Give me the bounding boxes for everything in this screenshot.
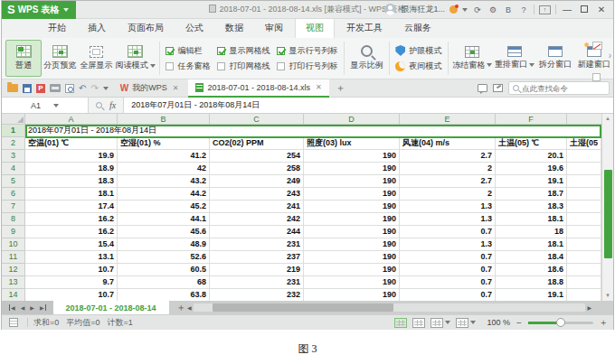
row-header[interactable]: 6 bbox=[2, 188, 25, 201]
last-sheet-icon[interactable]: ▶ bbox=[40, 304, 46, 311]
settings-gear-icon[interactable]: ⚙ bbox=[487, 5, 498, 14]
cell[interactable]: 风速(04) m/s bbox=[400, 137, 496, 150]
checkbox-show-headings[interactable]: 显示行号列标 bbox=[277, 45, 337, 57]
cell[interactable]: 土湿(05 bbox=[567, 137, 601, 150]
notification-badge-icon[interactable] bbox=[449, 5, 458, 14]
message-icon[interactable] bbox=[478, 84, 487, 92]
export-pdf-icon[interactable]: P bbox=[36, 84, 45, 93]
scroll-left-icon[interactable]: ◀ bbox=[187, 304, 192, 311]
cell[interactable]: 42 bbox=[118, 163, 210, 175]
zoom-slider-thumb[interactable] bbox=[556, 318, 565, 327]
close-icon[interactable]: ✕ bbox=[316, 83, 322, 91]
full-screen-button[interactable]: 全屏显示 bbox=[78, 40, 114, 77]
row-header[interactable]: 10 bbox=[2, 238, 25, 251]
row-header[interactable]: 2 bbox=[2, 137, 25, 150]
name-box[interactable]: A1 bbox=[2, 98, 89, 113]
cell[interactable]: 190 bbox=[304, 238, 400, 251]
save-icon[interactable] bbox=[23, 84, 32, 93]
zoom-slider[interactable] bbox=[528, 322, 593, 324]
cell[interactable]: 18.4 bbox=[496, 251, 567, 264]
cell[interactable]: 249 bbox=[210, 175, 304, 188]
cell[interactable]: 空温(01) ℃ bbox=[25, 137, 118, 150]
checkbox-icon[interactable] bbox=[592, 73, 601, 81]
qat-dropdown-icon[interactable] bbox=[103, 87, 109, 90]
scroll-right-icon[interactable]: ▶ bbox=[587, 304, 591, 311]
cell[interactable]: 44.1 bbox=[118, 213, 210, 226]
cell[interactable]: 15.4 bbox=[25, 238, 118, 251]
cell[interactable]: 237 bbox=[210, 251, 304, 264]
cell[interactable]: 1.3 bbox=[400, 201, 496, 213]
horizontal-scrollbar[interactable]: ◀ ▶ bbox=[187, 303, 591, 313]
zoom-scale-button[interactable]: 显示比例 bbox=[347, 40, 385, 77]
page-break-preview-button[interactable]: 分页预览 bbox=[42, 40, 78, 77]
tab-data[interactable]: 数据 bbox=[215, 19, 253, 38]
cell[interactable]: 45.6 bbox=[118, 226, 210, 238]
new-tab-button[interactable]: ＋ bbox=[332, 81, 349, 95]
tab-document[interactable]: 2018-07-01 - 2018-08-14.xls ✕ bbox=[188, 79, 328, 98]
skin-icon[interactable]: B bbox=[503, 5, 514, 14]
cell[interactable]: 土温(05) ℃ bbox=[496, 137, 567, 150]
checkbox-formula-bar[interactable]: 编辑栏 bbox=[166, 45, 210, 57]
cell[interactable]: 10.7 bbox=[25, 264, 118, 276]
print-preview-icon[interactable] bbox=[65, 84, 74, 93]
cell[interactable]: 0.7 bbox=[400, 276, 496, 289]
cell[interactable]: 18.8 bbox=[496, 276, 567, 289]
cell[interactable] bbox=[567, 150, 601, 163]
cell[interactable]: 19.1 bbox=[496, 289, 567, 301]
cell[interactable] bbox=[567, 188, 601, 201]
h-scroll-thumb[interactable] bbox=[213, 303, 393, 312]
prev-sheet-icon[interactable]: ◀ bbox=[21, 304, 25, 311]
cell[interactable]: 9.7 bbox=[25, 276, 118, 289]
cell[interactable]: 2.7 bbox=[400, 150, 496, 163]
checkbox-print-headings[interactable]: 打印行号列标 bbox=[277, 61, 337, 72]
close-icon[interactable]: ✕ bbox=[173, 84, 179, 92]
next-sheet-icon[interactable]: ▶ bbox=[30, 304, 34, 311]
cell[interactable]: 18.3 bbox=[25, 175, 118, 188]
normal-view-button[interactable]: 普通 bbox=[5, 40, 42, 77]
sheet-tab[interactable]: 2018-07-01 - 2018-08-14 bbox=[53, 301, 169, 314]
command-search[interactable] bbox=[508, 81, 610, 95]
sync-icon[interactable]: ⟳ bbox=[472, 5, 483, 14]
column-header[interactable]: C bbox=[210, 114, 304, 125]
split-window-button[interactable]: 拆分窗口 bbox=[536, 40, 575, 77]
view-normal-button[interactable] bbox=[394, 318, 407, 328]
checkbox-print-gridlines[interactable]: 打印网格线 bbox=[217, 61, 270, 72]
tab-formulas[interactable]: 公式 bbox=[175, 19, 213, 38]
tab-page-layout[interactable]: 页面布局 bbox=[118, 19, 174, 38]
cell[interactable]: 照度(03) lux bbox=[304, 137, 400, 150]
row-header[interactable]: 14 bbox=[2, 289, 25, 301]
view-page-layout-button[interactable] bbox=[430, 318, 450, 328]
cell[interactable]: 18.3 bbox=[496, 201, 567, 213]
cell[interactable] bbox=[567, 226, 601, 238]
print-icon[interactable] bbox=[50, 84, 61, 92]
maximize-button[interactable] bbox=[578, 5, 591, 14]
checkbox-show-gridlines[interactable]: 显示网格线 bbox=[217, 45, 270, 57]
row-header[interactable]: 13 bbox=[2, 276, 25, 289]
column-header-partial[interactable] bbox=[567, 114, 601, 125]
cell[interactable]: 0.7 bbox=[400, 226, 496, 238]
cell[interactable]: 190 bbox=[304, 213, 400, 226]
redo-icon[interactable]: ↷ bbox=[90, 84, 98, 93]
cell[interactable]: 16.2 bbox=[25, 226, 118, 238]
cell[interactable]: 254 bbox=[210, 150, 304, 163]
cell[interactable]: 219 bbox=[210, 264, 304, 276]
cell[interactable]: 0.7 bbox=[400, 251, 496, 264]
cell[interactable] bbox=[567, 201, 601, 213]
cell[interactable]: 63.8 bbox=[118, 289, 210, 301]
cell[interactable]: 60.5 bbox=[118, 264, 210, 276]
cell[interactable]: 43.2 bbox=[118, 175, 210, 188]
tab-cloud[interactable]: 云服务 bbox=[394, 19, 441, 38]
user-name[interactable]: 恨海狂龙1... bbox=[401, 4, 445, 15]
cell[interactable]: 44.2 bbox=[118, 188, 210, 201]
zoom-out-button[interactable]: − bbox=[516, 318, 523, 328]
cell[interactable]: 68 bbox=[118, 276, 210, 289]
open-folder-icon[interactable] bbox=[7, 84, 18, 92]
first-sheet-icon[interactable]: ◀ bbox=[9, 304, 15, 311]
app-logo[interactable]: S WPS 表格 bbox=[2, 1, 76, 19]
cell[interactable]: 16.2 bbox=[25, 213, 118, 226]
cell[interactable] bbox=[567, 213, 601, 226]
reading-mode-button[interactable]: 阅读模式 bbox=[115, 40, 156, 77]
row-header[interactable]: 1 bbox=[2, 125, 25, 137]
cell[interactable] bbox=[567, 264, 601, 276]
cell[interactable]: 空湿(01) % bbox=[118, 137, 210, 150]
